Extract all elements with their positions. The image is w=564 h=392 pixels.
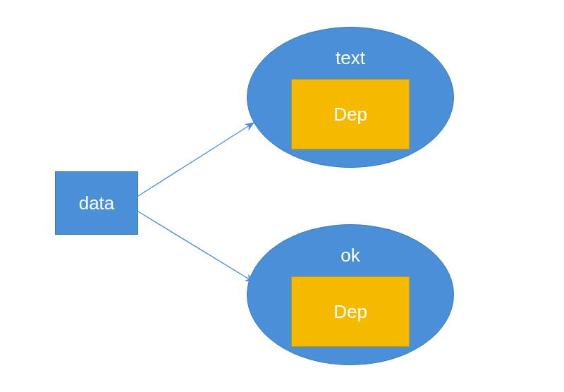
target-inner-box-1: Dep — [291, 276, 410, 347]
target-title-0: text — [247, 47, 453, 69]
diagram-canvas: data text Dep ok Dep — [0, 0, 564, 392]
target-inner-box-0: Dep — [291, 79, 410, 149]
arrow-to-target-1 — [138, 212, 254, 282]
target-inner-label-0: Dep — [333, 104, 367, 125]
target-title-1: ok — [247, 245, 453, 267]
source-node-label: data — [79, 192, 115, 214]
source-node: data — [55, 171, 138, 235]
target-inner-label-1: Dep — [333, 301, 367, 323]
arrow-to-target-0 — [138, 123, 254, 196]
